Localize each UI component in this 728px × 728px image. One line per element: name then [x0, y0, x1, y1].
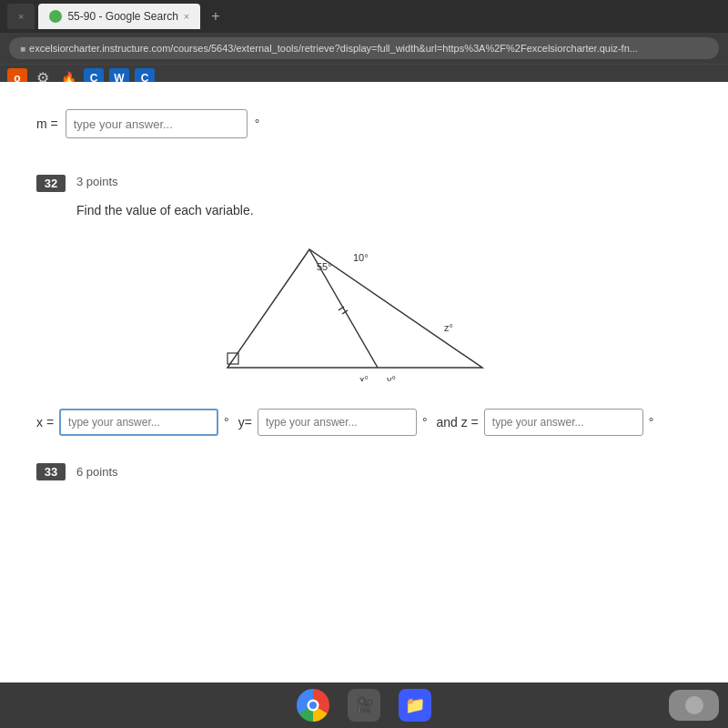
- tab-close-active[interactable]: ×: [184, 11, 189, 22]
- q32-header-row: 32 3 points: [36, 175, 692, 192]
- q32-points: 3 points: [76, 175, 118, 188]
- taskbar-right-btn[interactable]: [669, 690, 719, 721]
- tab-add-button[interactable]: +: [204, 8, 227, 25]
- content-area: m = ° 32 3 points Find the value of each…: [0, 82, 728, 728]
- q32-x-label: x =: [36, 415, 54, 430]
- q33-header-row: 33 6 points: [36, 463, 692, 480]
- svg-text:z°: z°: [444, 322, 453, 333]
- url-text: excelsiorcharter.instructure.com/courses…: [29, 43, 638, 54]
- q32-z-input[interactable]: [484, 409, 643, 436]
- q32-section: 32 3 points Find the value of each varia…: [36, 175, 692, 436]
- q32-instruction: Find the value of each variable.: [76, 203, 692, 217]
- q32-y-label: y=: [238, 415, 252, 430]
- tab-inactive[interactable]: ×: [7, 4, 35, 29]
- tab-active[interactable]: 55-90 - Google Search ×: [38, 4, 200, 29]
- tab-title: 55-90 - Google Search: [67, 10, 177, 23]
- browser-chrome: × 55-90 - Google Search × + ■ excelsiorc…: [0, 0, 728, 82]
- svg-text:10°: 10°: [353, 252, 369, 263]
- q33-points: 6 points: [76, 465, 118, 479]
- svg-text:55°: 55°: [317, 261, 332, 272]
- q32-answers-row: x = ° y= ° and z = °: [36, 409, 692, 436]
- q31-answer-row: m = °: [36, 100, 692, 138]
- svg-text:y°: y°: [387, 374, 396, 381]
- taskbar-folder-icon[interactable]: 📁: [399, 689, 431, 722]
- taskbar: 🎥 📁: [0, 682, 728, 728]
- taskbar-camera-icon[interactable]: 🎥: [348, 689, 380, 722]
- svg-marker-0: [228, 249, 482, 368]
- url-bar[interactable]: ■ excelsiorcharter.instructure.com/cours…: [9, 37, 719, 59]
- q32-and-z-label: and z =: [436, 415, 478, 430]
- q33-number-badge: 33: [36, 463, 66, 480]
- q31-degree: °: [255, 116, 260, 131]
- tab-close-inactive[interactable]: ×: [18, 11, 24, 22]
- q32-x-degree: °: [224, 415, 229, 430]
- q32-y-degree: °: [422, 415, 428, 430]
- q32-x-input[interactable]: [59, 409, 218, 436]
- tab-favicon: [49, 10, 62, 23]
- q32-number-badge: 32: [36, 175, 66, 192]
- taskbar-chrome-icon[interactable]: [297, 689, 329, 722]
- diagram-container: 55° 10° z° x° y°: [36, 236, 692, 381]
- tab-bar: × 55-90 - Google Search × +: [0, 0, 728, 33]
- page-content: m = ° 32 3 points Find the value of each…: [0, 82, 728, 728]
- triangle-diagram: 55° 10° z° x° y°: [218, 236, 510, 381]
- q32-y-input[interactable]: [258, 409, 417, 436]
- address-bar: ■ excelsiorcharter.instructure.com/cours…: [0, 33, 728, 64]
- q31-m-label: m =: [36, 116, 58, 131]
- q31-answer-input[interactable]: [66, 109, 248, 138]
- svg-text:x°: x°: [359, 374, 369, 381]
- q32-z-degree: °: [649, 415, 654, 430]
